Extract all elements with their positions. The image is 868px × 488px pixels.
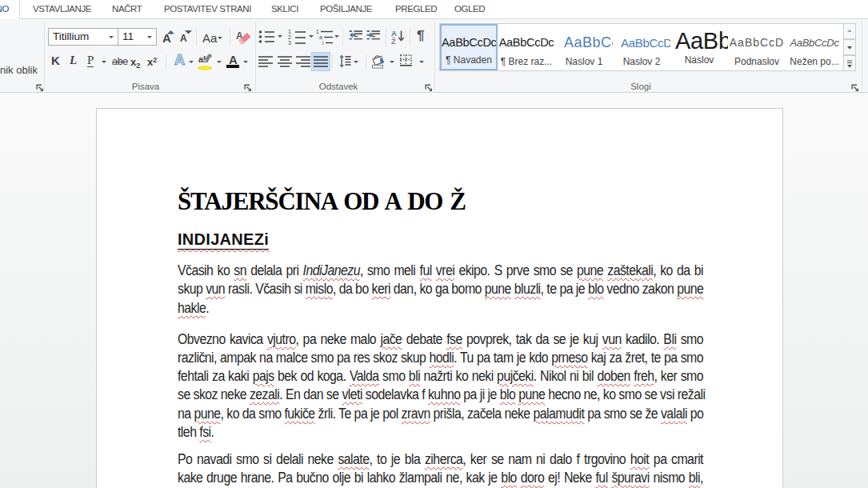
svg-text:a: a xyxy=(319,34,322,40)
svg-text:2: 2 xyxy=(288,34,291,40)
svg-text:3: 3 xyxy=(288,40,291,45)
svg-text:i: i xyxy=(322,40,324,45)
svg-text:1: 1 xyxy=(288,29,291,34)
svg-text:Ž: Ž xyxy=(391,37,396,46)
svg-text:1: 1 xyxy=(316,29,319,34)
